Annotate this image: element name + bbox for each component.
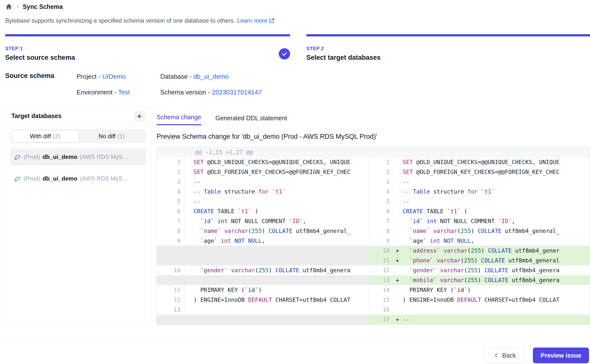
diff-row: 9 `age` int NOT NULL, 9 `age` int NOT NU… (157, 236, 590, 246)
right-code-line: SET @OLD_UNIQUE_CHECKS=@@UNIQUE_CHECKS, … (394, 157, 590, 167)
left-line-number: 2 (157, 167, 185, 177)
diff-row: 5 -- 5 -- (157, 197, 590, 206)
tab-generated-ddl[interactable]: Generated DDL statement (215, 115, 287, 125)
right-line-number: 8 (369, 226, 394, 236)
left-line-number: 8 (157, 226, 185, 236)
right-code-line: -- (394, 197, 590, 206)
right-line-number: 4 (369, 187, 394, 197)
step-1-label: STEP 1 (5, 46, 75, 51)
left-code-line: -- (185, 197, 369, 206)
description-text: Bytebase supports synchronizing a specif… (5, 17, 235, 24)
left-code-line (185, 315, 369, 324)
left-code-line: SET @OLD_FOREIGN_KEY_CHECKS=@@FOREIGN_KE… (185, 167, 369, 177)
source-schema-project: Project - UIDemo (77, 73, 126, 80)
diff-row: 17 +-- (157, 315, 590, 324)
right-line-number: 2 (369, 167, 394, 177)
learn-more-link[interactable]: Learn more (237, 17, 275, 24)
diff-row: 11 PRIMARY KEY (`id`) 14 PRIMARY KEY (`i… (157, 285, 590, 295)
tab-with-diff[interactable]: With diff(2) (12, 130, 79, 142)
right-line-number: 12 (369, 265, 394, 275)
home-icon[interactable] (5, 3, 13, 10)
diff-hunk-range: @@ -1,15 +1,27 @@ (185, 147, 590, 157)
source-schema-label: Source schema (5, 72, 54, 80)
right-code-line (394, 305, 590, 315)
diff-row: 13 + `mobile` varchar(255) COLLATE utf8m… (157, 275, 590, 285)
right-code-line: + `phone` varchar(255) COLLATE utf8mb4_g… (394, 256, 590, 265)
left-code-line: `gender` varchar(255) COLLATE utf8mb4_ge… (185, 265, 369, 275)
left-line-number: 11 (157, 285, 185, 295)
target-databases-title: Target databases (11, 112, 62, 120)
step-2-label: STEP 2 (306, 46, 381, 51)
breadcrumb: › Sync Schema (5, 3, 63, 10)
preview-tabs: Schema change Generated DDL statement (157, 114, 287, 125)
database-link[interactable]: db_ui_demo (193, 73, 229, 80)
right-line-number: 14 (369, 285, 394, 295)
diff-hunk-header: @@ -1,15 +1,27 @@ (157, 147, 590, 157)
left-line-number: 6 (157, 206, 185, 216)
left-code-line: CREATE TABLE `t1` ( (185, 206, 369, 216)
target-database-list: (Prod) db_ui_demo (AWS RDS MyS… (Prod) d… (10, 148, 146, 187)
right-code-line: CREATE TABLE `t1` ( (394, 206, 590, 216)
left-line-number: 7 (157, 216, 185, 226)
back-button[interactable]: Back (484, 348, 525, 363)
right-line-number: 16 (369, 305, 394, 315)
project-link[interactable]: UIDemo (102, 73, 126, 80)
right-code-line: -- (394, 177, 590, 187)
left-line-number: 5 (157, 197, 185, 206)
left-code-line: `name` varchar(255) COLLATE utf8mb4_gene… (185, 226, 369, 236)
tab-schema-change[interactable]: Schema change (157, 114, 201, 125)
tab-no-diff[interactable]: No diff(1) (79, 130, 145, 142)
right-line-number: 5 (369, 197, 394, 206)
left-code-line (185, 275, 369, 285)
left-line-number: 12 (157, 295, 185, 305)
right-line-number: 6 (369, 206, 394, 216)
left-line-number: 13 (157, 305, 185, 315)
step-1: STEP 1 Select source schema (5, 46, 75, 61)
preview-title: Preview Schema change for 'db_ui_demo (P… (157, 133, 377, 140)
right-code-line: -- Table structure for `t1` (394, 187, 590, 197)
left-code-line: `id` int NOT NULL COMMENT 'ID', (185, 216, 369, 226)
right-code-line: +-- (394, 315, 590, 324)
left-code-line: SET @OLD_UNIQUE_CHECKS=@@UNIQUE_CHECKS, … (185, 157, 369, 167)
preview-issue-button[interactable]: Preview issue (533, 348, 589, 363)
right-line-number: 11 (369, 256, 394, 265)
right-code-line: `gender` varchar(255) COLLATE utf8mb4_ge… (394, 265, 590, 275)
left-code-line: ) ENGINE=InnoDB DEFAULT CHARSET=utf8mb4 … (185, 295, 369, 305)
left-code-line: `age` int NOT NULL, (185, 236, 369, 246)
database-instance: (AWS RDS MyS… (80, 153, 129, 160)
database-instance: (AWS RDS MyS… (80, 175, 129, 182)
database-name: db_ui_demo (43, 175, 77, 182)
mysql-icon (14, 175, 21, 182)
diff-row: 8 `name` varchar(255) COLLATE utf8mb4_ge… (157, 226, 590, 236)
target-database-item[interactable]: (Prod) db_ui_demo (AWS RDS MyS… (10, 148, 146, 166)
right-code-line: + `address` varchar(255) COLLATE utf8mb4… (394, 246, 590, 256)
right-line-number: 1 (369, 157, 394, 167)
breadcrumb-chevron-icon: › (16, 3, 19, 10)
right-line-number: 17 (369, 315, 394, 324)
left-code-line: PRIMARY KEY (`id`) (185, 285, 369, 295)
target-databases-panel: Target databases + With diff(2) No diff(… (5, 107, 151, 326)
step2-progress-bar (306, 34, 590, 36)
add-target-database-button[interactable]: + (134, 110, 145, 122)
database-environment: (Prod) (24, 153, 40, 160)
environment-link[interactable]: Test (118, 89, 130, 96)
schema-diff-viewer[interactable]: @@ -1,15 +1,27 @@ 1 SET @OLD_UNIQUE_CHEC… (157, 147, 590, 325)
database-name: db_ui_demo (43, 153, 77, 160)
step-1-title: Select source schema (5, 54, 75, 61)
target-databases-header: Target databases + (5, 107, 151, 125)
diff-body: 1 SET @OLD_UNIQUE_CHECKS=@@UNIQUE_CHECKS… (157, 157, 590, 324)
right-code-line: + `mobile` varchar(255) COLLATE utf8mb4_… (394, 275, 590, 285)
right-code-line: ) ENGINE=InnoDB DEFAULT CHARSET=utf8mb4 … (394, 295, 590, 305)
step-complete-check-icon (279, 48, 290, 60)
schema-version-link[interactable]: 20230317014147 (212, 89, 262, 96)
right-code-line: SET @OLD_FOREIGN_KEY_CHECKS=@@FOREIGN_KE… (394, 167, 590, 177)
diff-row: 13 16 (157, 305, 590, 315)
left-line-number (157, 315, 185, 324)
right-line-number: 7 (369, 216, 394, 226)
target-database-item[interactable]: (Prod) db_ui_demo (AWS RDS MyS… (10, 170, 146, 187)
left-line-number: 9 (157, 236, 185, 246)
right-line-number: 3 (369, 177, 394, 187)
left-line-number (157, 275, 185, 285)
diff-row: 6 CREATE TABLE `t1` ( 6 CREATE TABLE `t1… (157, 206, 590, 216)
diff-row: 4 -- Table structure for `t1` 4 -- Table… (157, 187, 590, 197)
